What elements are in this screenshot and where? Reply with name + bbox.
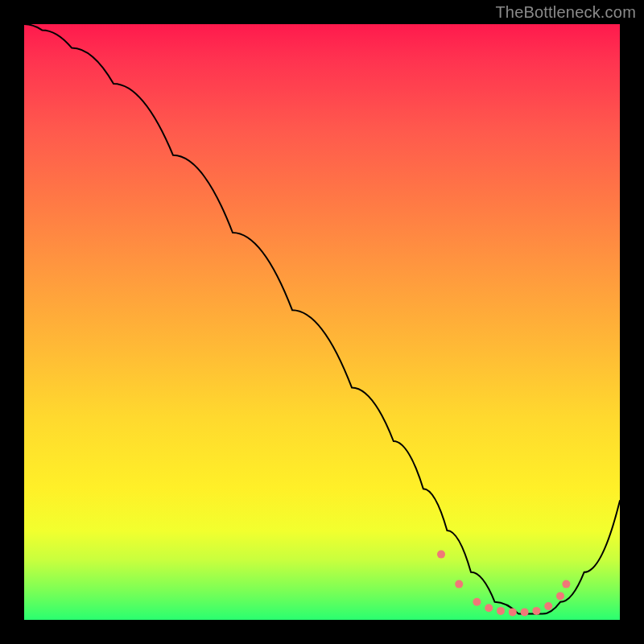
marker-dot [473,598,481,606]
marker-dot [437,551,445,559]
marker-dot [509,608,517,616]
marker-dot [532,607,540,615]
chart-frame: TheBottleneck.com [0,0,644,644]
optimal-range-dots [437,551,570,617]
marker-dot [485,604,493,612]
marker-dot [455,580,463,588]
bottleneck-curve [24,24,620,614]
watermark-text: TheBottleneck.com [495,3,636,22]
marker-dot [562,580,570,588]
marker-dot [497,607,505,615]
marker-dot [544,602,552,610]
marker-dot [556,592,564,600]
curve-layer [24,24,620,620]
marker-dot [521,608,529,616]
plot-area [24,24,620,620]
